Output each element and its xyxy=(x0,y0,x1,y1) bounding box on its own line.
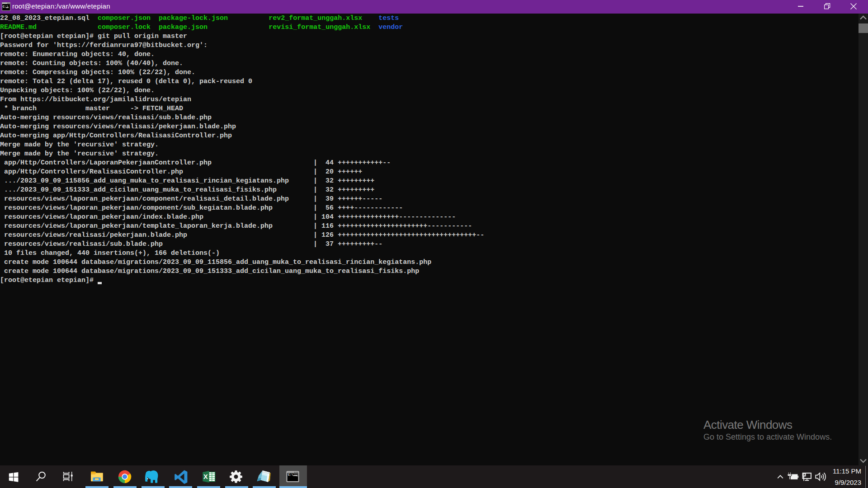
svg-text:C:\: C:\ xyxy=(288,474,293,477)
svg-text:X: X xyxy=(203,473,208,480)
